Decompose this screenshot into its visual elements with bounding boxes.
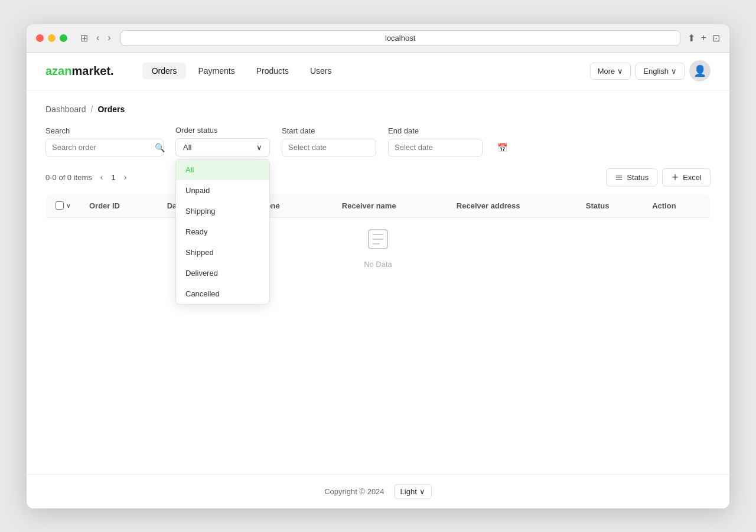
status-button-label: Status	[627, 173, 649, 182]
end-date-input-wrapper: 📅	[388, 139, 483, 156]
header: azanmarket. Orders Payments Products Use…	[27, 53, 729, 90]
table-toolbar: 0-0 of 0 items ‹ 1 › Status	[45, 168, 711, 187]
order-status-filter-group: Order status All ∨ All Unpaid Shipping R…	[175, 126, 270, 156]
status-button[interactable]: Status	[606, 168, 657, 187]
calendar-icon: 📅	[497, 143, 507, 152]
app-content: azanmarket. Orders Payments Products Use…	[27, 53, 729, 508]
pagination-info: 0-0 of 0 items ‹ 1 ›	[45, 171, 130, 183]
chevron-down-icon: ∨	[66, 203, 70, 209]
excel-icon	[671, 173, 679, 181]
share-icon[interactable]: ⬆	[687, 32, 695, 44]
receiver-address-header: Receiver address	[447, 194, 576, 217]
logo-azan: azan	[45, 64, 71, 77]
avatar[interactable]: 👤	[689, 60, 711, 81]
start-date-input[interactable]	[288, 143, 387, 152]
orders-table: ∨ Order ID Date Receiver phone Receiver …	[45, 194, 711, 276]
end-date-input[interactable]	[395, 143, 494, 152]
logo-market: market.	[71, 64, 113, 77]
order-status-label: Order status	[175, 126, 270, 135]
copyright-text: Copyright © 2024	[324, 487, 384, 496]
start-date-filter-group: Start date 📅	[282, 126, 376, 156]
excel-button[interactable]: Excel	[662, 168, 711, 187]
checkbox-column-header: ∨	[46, 194, 80, 217]
more-label: More	[598, 67, 615, 76]
search-input[interactable]	[52, 143, 151, 152]
chevron-down-icon: ∨	[256, 143, 262, 152]
filters-row: Search 🔍 Order status All ∨	[45, 126, 711, 156]
nav-orders[interactable]: Orders	[142, 63, 187, 79]
chevron-down-icon: ∨	[617, 67, 623, 76]
end-date-filter-group: End date 📅	[388, 126, 483, 156]
action-header: Action	[643, 194, 710, 217]
status-option-cancelled[interactable]: Cancelled	[176, 283, 269, 304]
breadcrumb-current: Orders	[97, 105, 125, 114]
browser-controls: ⊞ ‹ ›	[78, 31, 113, 45]
end-date-label: End date	[388, 126, 483, 135]
maximize-button[interactable]	[60, 34, 67, 42]
language-label: English	[643, 67, 669, 76]
pagination-range: 0-0 of 0 items	[45, 173, 92, 182]
order-status-wrapper: All ∨ All Unpaid Shipping Ready Shipped …	[175, 138, 270, 156]
excel-button-label: Excel	[683, 173, 702, 182]
start-date-label: Start date	[282, 126, 376, 135]
breadcrumb: Dashboard / Orders	[45, 105, 711, 114]
status-option-ready[interactable]: Ready	[176, 221, 269, 242]
back-button[interactable]: ‹	[94, 31, 102, 44]
status-option-all[interactable]: All	[176, 159, 269, 180]
status-option-delivered[interactable]: Delivered	[176, 263, 269, 283]
search-filter-group: Search 🔍	[45, 126, 164, 156]
minimize-button[interactable]	[48, 34, 56, 42]
order-status-select[interactable]: All ∨	[175, 138, 270, 156]
address-bar[interactable]: localhost	[120, 30, 680, 46]
search-label: Search	[45, 126, 164, 135]
footer: Copyright © 2024 Light ∨	[27, 474, 729, 508]
tabs-icon[interactable]: ⊡	[712, 32, 720, 44]
no-data-icon	[364, 225, 392, 255]
select-all-checkbox[interactable]	[56, 201, 64, 210]
status-option-unpaid[interactable]: Unpaid	[176, 180, 269, 201]
chevron-down-icon: ∨	[671, 67, 677, 76]
status-icon	[615, 173, 623, 181]
order-id-header: Order ID	[80, 194, 158, 217]
nav-users[interactable]: Users	[301, 63, 341, 79]
nav-links: Orders Payments Products Users	[142, 63, 576, 79]
browser-chrome: ⊞ ‹ › localhost ⬆ + ⊡	[27, 24, 729, 53]
chevron-down-icon: ∨	[419, 487, 425, 496]
status-option-shipped[interactable]: Shipped	[176, 242, 269, 263]
search-icon: 🔍	[155, 143, 165, 152]
new-tab-icon[interactable]: +	[701, 32, 706, 43]
next-page-button[interactable]: ›	[120, 171, 131, 183]
traffic-lights	[36, 34, 67, 42]
table-header-row: ∨ Order ID Date Receiver phone Receiver …	[46, 194, 711, 217]
status-header: Status	[576, 194, 643, 217]
main-content: Dashboard / Orders Search 🔍 Order status	[27, 90, 729, 474]
forward-button[interactable]: ›	[105, 31, 113, 44]
nav-products[interactable]: Products	[247, 63, 298, 79]
nav-payments[interactable]: Payments	[188, 63, 244, 79]
theme-button[interactable]: Light ∨	[394, 484, 432, 499]
language-dropdown[interactable]: English ∨	[636, 63, 685, 80]
status-option-shipping[interactable]: Shipping	[176, 201, 269, 221]
breadcrumb-separator: /	[91, 105, 93, 114]
browser-actions: ⬆ + ⊡	[687, 32, 720, 44]
current-page: 1	[111, 173, 115, 182]
receiver-name-header: Receiver name	[333, 194, 447, 217]
more-dropdown[interactable]: More ∨	[590, 63, 631, 80]
logo: azanmarket.	[45, 64, 114, 78]
theme-label: Light	[400, 487, 417, 496]
url-text: localhost	[385, 34, 415, 43]
breadcrumb-root: Dashboard	[45, 105, 86, 114]
sidebar-toggle[interactable]: ⊞	[78, 31, 90, 45]
search-input-wrapper: 🔍	[45, 139, 164, 156]
no-data-text: No Data	[364, 260, 392, 269]
toolbar-buttons: Status Excel	[606, 168, 711, 187]
no-data-row: No Data	[46, 217, 711, 276]
close-button[interactable]	[36, 34, 44, 42]
order-status-dropdown: All Unpaid Shipping Ready Shipped Delive…	[175, 159, 270, 305]
order-status-value: All	[183, 143, 191, 152]
prev-page-button[interactable]: ‹	[97, 171, 107, 183]
no-data-cell: No Data	[46, 217, 711, 276]
start-date-input-wrapper: 📅	[282, 139, 376, 156]
avatar-icon: 👤	[693, 64, 706, 77]
nav-right: More ∨ English ∨ 👤	[590, 60, 711, 81]
